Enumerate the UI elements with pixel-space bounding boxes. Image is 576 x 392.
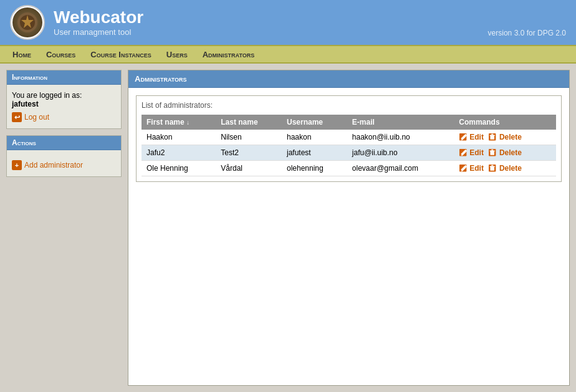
administrators-table: First name ↓ Last name Username E-mail C… <box>142 115 556 176</box>
logged-in-username: jafutest <box>12 100 39 108</box>
svg-rect-5 <box>491 136 495 140</box>
delete-label: Delete <box>499 164 522 173</box>
cell-1: Test2 <box>216 145 282 161</box>
edit-label: Edit <box>469 148 484 157</box>
commands-container: Edit Delete <box>459 133 551 141</box>
col-commands: Commands <box>454 115 556 130</box>
cell-1: Vårdal <box>216 161 282 176</box>
app-subtitle: User managment tool <box>54 27 488 37</box>
app-title: Webucator <box>54 8 488 27</box>
logout-link[interactable]: ↩ Log out <box>12 112 116 122</box>
cell-3: haakon@ii.uib.no <box>347 130 454 145</box>
add-administrator-label: Add administrator <box>24 161 83 170</box>
information-content: You are logged in as: jafutest ↩ Log out <box>7 85 121 128</box>
nav-item-home[interactable]: Home <box>5 47 39 62</box>
logo <box>10 5 45 40</box>
edit-icon <box>459 164 468 173</box>
delete-button[interactable]: Delete <box>489 133 522 141</box>
cmd-cell: Edit Delete <box>454 130 556 145</box>
edit-icon <box>459 133 468 141</box>
delete-button[interactable]: Delete <box>489 164 522 173</box>
nav-item-users[interactable]: Users <box>159 47 195 62</box>
list-group-label: List of administrators: <box>142 101 556 110</box>
cell-0: Ole Henning <box>142 161 216 176</box>
svg-rect-19 <box>491 165 493 166</box>
logged-in-text: You are logged in as: jafutest <box>12 91 116 108</box>
nav-item-courses[interactable]: Courses <box>39 47 83 62</box>
delete-button[interactable]: Delete <box>489 148 522 157</box>
header-text: Webucator User managment tool <box>54 8 488 37</box>
col-last-name[interactable]: Last name <box>216 115 282 130</box>
information-header: Information <box>7 70 121 85</box>
svg-rect-6 <box>490 135 495 136</box>
svg-rect-12 <box>490 150 495 151</box>
table-header-row: First name ↓ Last name Username E-mail C… <box>142 115 556 130</box>
logout-label: Log out <box>24 113 49 122</box>
table-row: HaakonNilsenhaakonhaakon@ii.uib.no Edit <box>142 130 556 145</box>
cell-0: Jafu2 <box>142 145 216 161</box>
nav-item-course-instances[interactable]: Course Instances <box>83 47 158 62</box>
edit-button[interactable]: Edit <box>459 148 484 157</box>
cell-3: olevaar@gmail.com <box>347 161 454 176</box>
edit-label: Edit <box>469 133 484 141</box>
col-first-name-label: First name <box>146 118 186 127</box>
col-first-name[interactable]: First name ↓ <box>142 115 216 130</box>
svg-rect-13 <box>491 149 493 150</box>
svg-rect-11 <box>491 151 495 155</box>
information-box: Information You are logged in as: jafute… <box>6 70 122 129</box>
logout-icon: ↩ <box>12 112 22 122</box>
nav-item-administrators[interactable]: Administrators <box>195 47 262 62</box>
cell-2: haakon <box>282 130 347 145</box>
main-layout: Information You are logged in as: jafute… <box>0 64 576 392</box>
cell-3: jafu@ii.uib.no <box>347 145 454 161</box>
edit-label: Edit <box>469 164 484 173</box>
cell-0: Haakon <box>142 130 216 145</box>
col-username[interactable]: Username <box>282 115 347 130</box>
actions-box: Actions + Add administrator <box>6 135 122 177</box>
add-icon: + <box>12 160 22 170</box>
content-area: Administrators List of administrators: F… <box>128 70 570 386</box>
cell-2: jafutest <box>282 145 347 161</box>
edit-button[interactable]: Edit <box>459 133 484 141</box>
delete-icon <box>489 133 497 141</box>
content-title: Administrators <box>128 70 569 88</box>
edit-icon <box>459 148 468 157</box>
sidebar: Information You are logged in as: jafute… <box>6 70 122 386</box>
content-body: List of administrators: First name ↓ Las… <box>128 88 569 189</box>
delete-icon <box>489 148 497 157</box>
app-header: Webucator User managment tool version 3.… <box>0 0 576 45</box>
cell-2: olehenning <box>282 161 347 176</box>
sort-icon: ↓ <box>186 119 190 126</box>
cell-1: Nilsen <box>216 130 282 145</box>
svg-rect-17 <box>491 167 495 171</box>
delete-icon <box>489 164 497 173</box>
delete-label: Delete <box>499 148 522 157</box>
commands-container: Edit Delete <box>459 148 551 157</box>
cmd-cell: Edit Delete <box>454 145 556 161</box>
logged-in-prefix: You are logged in as: <box>12 91 82 100</box>
navigation: Home Courses Course Instances Users Admi… <box>0 45 576 64</box>
table-row: Jafu2Test2jafutestjafu@ii.uib.no Edit <box>142 145 556 161</box>
cmd-cell: Edit Delete <box>454 161 556 176</box>
svg-rect-18 <box>490 166 495 167</box>
table-body: HaakonNilsenhaakonhaakon@ii.uib.no Edit <box>142 130 556 176</box>
actions-content: + Add administrator <box>7 150 121 176</box>
administrators-list-group: List of administrators: First name ↓ Las… <box>136 95 562 182</box>
delete-label: Delete <box>499 133 522 141</box>
col-email[interactable]: E-mail <box>347 115 454 130</box>
svg-rect-7 <box>491 133 493 135</box>
commands-container: Edit Delete <box>459 164 551 173</box>
table-row: Ole HenningVårdalolehenningolevaar@gmail… <box>142 161 556 176</box>
version-text: version 3.0 for DPG 2.0 <box>488 29 566 40</box>
edit-button[interactable]: Edit <box>459 164 484 173</box>
actions-header: Actions <box>7 136 121 150</box>
add-administrator-link[interactable]: + Add administrator <box>12 160 116 170</box>
